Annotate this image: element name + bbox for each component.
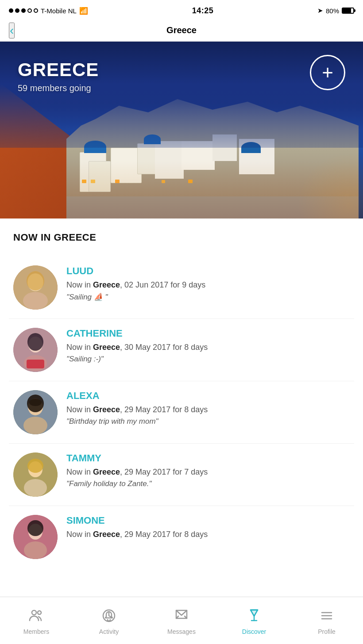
member-location: Now in Greece, 29 May 2017 for 8 days [66, 529, 350, 540]
messages-icon [172, 606, 191, 625]
svg-point-22 [32, 610, 36, 615]
hero-destination: GREECE [18, 59, 99, 80]
member-note: "Family holiday to Zante." [66, 479, 350, 488]
svg-point-11 [23, 417, 47, 434]
status-right: ➤ 80% [317, 7, 354, 15]
member-name: SIMONE [66, 515, 350, 526]
discover-icon [244, 606, 264, 625]
page-title: Greece [166, 25, 197, 35]
members-icon [27, 606, 46, 625]
member-item[interactable]: TAMMY Now in Greece, 29 May 2017 for 7 d… [9, 444, 354, 506]
member-location: Now in Greece, 30 May 2017 for 8 days [66, 342, 350, 353]
svg-rect-8 [27, 360, 44, 368]
hero-overlay: GREECE 59 members going + [0, 42, 363, 218]
avatar-image [13, 515, 58, 559]
member-location: Now in Greece, 29 May 2017 for 7 days [66, 467, 350, 478]
member-item[interactable]: SIMONE Now in Greece, 29 May 2017 for 8 … [9, 506, 354, 559]
activity-icon [99, 606, 119, 625]
svg-point-17 [27, 459, 43, 473]
hero-members-count: 59 members going [18, 83, 99, 93]
location-icon: ➤ [317, 7, 323, 15]
avatar [13, 265, 58, 310]
avatar [13, 328, 58, 372]
battery-icon [342, 8, 354, 14]
battery-percent: 80% [326, 7, 339, 15]
avatar-image [13, 452, 58, 497]
nav-label-members: Members [23, 628, 49, 635]
now-in-section: NOW IN GREECE [0, 218, 363, 257]
nav-item-profile[interactable]: Profile [290, 600, 363, 641]
svg-point-16 [24, 479, 47, 497]
nav-item-members[interactable]: Members [0, 600, 73, 641]
member-item[interactable]: CATHERINE Now in Greece, 30 May 2017 for… [9, 319, 354, 381]
hero-image: GREECE 59 members going + [0, 42, 363, 218]
member-location: Now in Greece, 02 Jun 2017 for 9 days [66, 280, 350, 291]
member-list: LUUD Now in Greece, 02 Jun 2017 for 9 da… [0, 257, 363, 559]
member-item[interactable]: ALEXA Now in Greece, 29 May 2017 for 8 d… [9, 381, 354, 444]
status-bar: T-Mobile NL 📶 14:25 ➤ 80% [0, 0, 363, 19]
member-info: CATHERINE Now in Greece, 30 May 2017 for… [66, 328, 350, 364]
nav-label-activity: Activity [99, 628, 119, 635]
nav-label-discover: Discover [242, 628, 266, 635]
svg-point-3 [27, 271, 44, 291]
member-name: LUUD [66, 265, 350, 277]
avatar-image [13, 265, 58, 310]
svg-point-7 [27, 333, 43, 351]
nav-label-messages: Messages [167, 628, 196, 635]
member-item[interactable]: LUUD Now in Greece, 02 Jun 2017 for 9 da… [9, 257, 354, 319]
status-time: 14:25 [192, 6, 214, 15]
member-name: ALEXA [66, 390, 350, 402]
nav-item-activity[interactable]: Activity [73, 600, 145, 641]
wifi-icon: 📶 [79, 7, 88, 15]
signal-strength [9, 8, 38, 13]
avatar [13, 452, 58, 497]
back-button[interactable]: ‹ [9, 23, 15, 38]
section-title: NOW IN GREECE [13, 232, 350, 243]
member-info: ALEXA Now in Greece, 29 May 2017 for 8 d… [66, 390, 350, 426]
member-name: TAMMY [66, 452, 350, 464]
avatar-image [13, 390, 58, 434]
member-name: CATHERINE [66, 328, 350, 339]
svg-point-13 [29, 399, 42, 406]
avatar [13, 515, 58, 559]
svg-point-21 [27, 520, 43, 536]
member-note: "Sailing ⛵ " [66, 292, 350, 302]
member-location: Now in Greece, 29 May 2017 for 8 days [66, 404, 350, 415]
svg-point-20 [24, 541, 47, 559]
svg-point-2 [23, 292, 48, 310]
page-header: ‹ Greece [0, 19, 363, 42]
member-note: "Birthday trip with my mom" [66, 417, 350, 426]
profile-icon [317, 606, 336, 625]
hero-text-block: GREECE 59 members going [18, 59, 99, 93]
member-info: LUUD Now in Greece, 02 Jun 2017 for 9 da… [66, 265, 350, 302]
member-info: TAMMY Now in Greece, 29 May 2017 for 7 d… [66, 452, 350, 488]
nav-item-discover[interactable]: Discover [218, 600, 290, 641]
nav-label-profile: Profile [318, 628, 336, 635]
avatar-image [13, 328, 58, 372]
add-destination-button[interactable]: + [310, 55, 345, 90]
status-left: T-Mobile NL 📶 [9, 7, 88, 15]
bottom-navigation: Members Activity Messages [0, 597, 363, 644]
member-info: SIMONE Now in Greece, 29 May 2017 for 8 … [66, 515, 350, 542]
member-note: "Sailing :-)" [66, 355, 350, 364]
nav-item-messages[interactable]: Messages [145, 600, 218, 641]
svg-point-23 [38, 611, 41, 614]
carrier-name: T-Mobile NL [41, 7, 77, 15]
avatar [13, 390, 58, 434]
